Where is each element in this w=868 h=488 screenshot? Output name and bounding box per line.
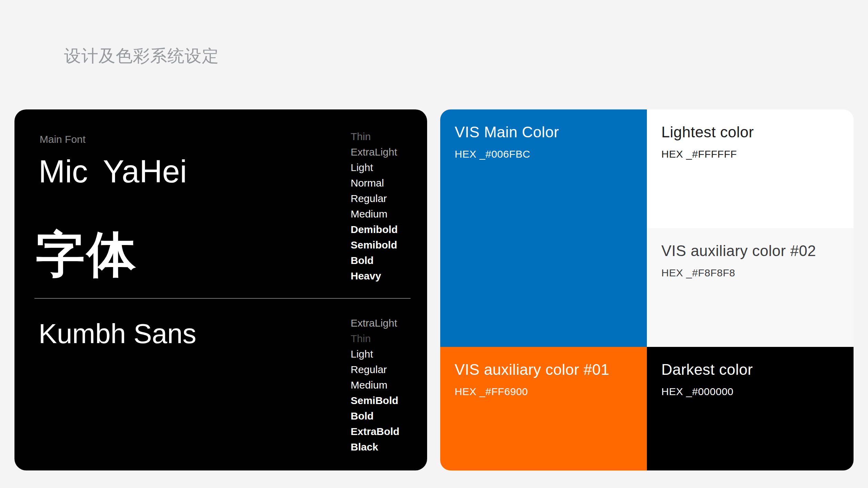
font-weight-item: Thin — [351, 331, 430, 346]
color-grid-right-column: Lightest color HEX _#FFFFFF VIS auxiliar… — [647, 109, 854, 470]
swatch-aux-color-02: VIS auxiliary color #02 HEX _#F8F8F8 — [647, 228, 854, 347]
font-weight-item: SemiBold — [351, 393, 430, 408]
font-weight-item: Bold — [351, 408, 430, 424]
secondary-font-weight-list: ExtraLightThinLightRegularMediumSemiBold… — [351, 315, 430, 455]
secondary-font-name: Kumbh Sans — [39, 320, 196, 348]
brand-guidelines-page: { "page": { "title": "设计及色彩系统设定" }, "fon… — [0, 0, 868, 488]
font-weight-item: ExtraBold — [351, 424, 430, 439]
font-weight-item: Medium — [351, 377, 430, 393]
swatch-vis-main-color: VIS Main Color HEX _#006FBC — [440, 109, 647, 347]
font-weight-item: Regular — [351, 362, 430, 377]
cjk-font-specimen: 字体 — [36, 230, 138, 279]
swatch-title: VIS Main Color — [455, 125, 634, 140]
swatch-title: VIS auxiliary color #02 — [661, 243, 841, 258]
font-weight-item: ExtraLight — [351, 144, 430, 160]
swatch-title: Darkest color — [661, 362, 841, 377]
font-weight-item: Regular — [351, 191, 430, 206]
swatch-aux-color-01: VIS auxiliary color #01 HEX _#FF6900 — [440, 347, 647, 470]
main-font-weight-list: ThinExtraLightLightNormalRegularMediumDe… — [351, 129, 430, 284]
swatch-hex-value: HEX _#FFFFFF — [661, 149, 841, 159]
swatch-hex-value: HEX _#000000 — [661, 386, 841, 397]
color-grid: VIS Main Color HEX _#006FBC VIS auxiliar… — [440, 109, 854, 470]
main-font-name: Mic YaHei — [39, 156, 187, 187]
divider — [34, 298, 411, 299]
swatch-hex-value: HEX _#FF6900 — [455, 386, 634, 397]
font-weight-item: Demibold — [351, 222, 430, 237]
font-weight-item: Normal — [351, 175, 430, 191]
swatch-title: Lightest color — [661, 125, 841, 140]
page-title: 设计及色彩系统设定 — [64, 47, 219, 65]
font-weight-item: Medium — [351, 206, 430, 222]
fonts-card: Main Font Mic YaHei 字体 Kumbh Sans Fonts … — [14, 109, 427, 470]
swatch-hex-value: HEX _#006FBC — [455, 149, 634, 159]
swatch-lightest-color: Lightest color HEX _#FFFFFF — [647, 109, 854, 228]
swatch-darkest-color: Darkest color HEX _#000000 — [647, 347, 854, 470]
font-weight-item: Thin — [351, 129, 430, 144]
font-weight-item: Light — [351, 160, 430, 175]
font-weight-item: Semibold — [351, 237, 430, 253]
font-weight-item: ExtraLight — [351, 315, 430, 331]
main-font-label: Main Font — [40, 134, 85, 145]
font-weight-item: Light — [351, 346, 430, 362]
font-weight-item: Black — [351, 439, 430, 455]
font-weight-item: Heavy — [351, 268, 430, 284]
color-grid-left-column: VIS Main Color HEX _#006FBC VIS auxiliar… — [440, 109, 647, 470]
swatch-hex-value: HEX _#F8F8F8 — [661, 268, 841, 278]
swatch-title: VIS auxiliary color #01 — [455, 362, 634, 377]
font-weight-item: Bold — [351, 253, 430, 268]
